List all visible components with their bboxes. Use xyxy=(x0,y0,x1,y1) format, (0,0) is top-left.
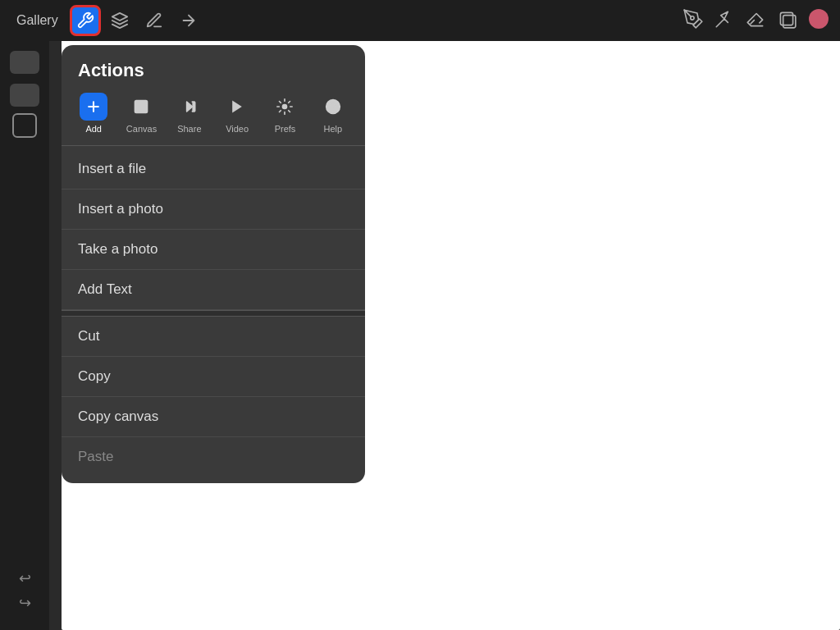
actions-panel: Actions Add Canvas Share xyxy=(62,45,365,483)
paste-item[interactable]: Paste xyxy=(62,437,365,477)
eraser-tool-button[interactable] xyxy=(745,8,766,33)
canvas-tab-icon xyxy=(127,93,155,121)
opacity-slider[interactable] xyxy=(10,84,39,107)
color-picker-button[interactable] xyxy=(807,7,830,34)
insert-photo-item[interactable]: Insert a photo xyxy=(62,189,365,230)
actions-tool-button[interactable] xyxy=(70,5,101,36)
copy-canvas-item[interactable]: Copy canvas xyxy=(62,397,365,437)
move-tool-button[interactable] xyxy=(173,5,204,36)
canvas-tab-label: Canvas xyxy=(126,124,157,134)
menu-section-divider xyxy=(62,310,365,317)
modify-tool-button[interactable] xyxy=(104,5,135,36)
svg-point-8 xyxy=(332,109,334,111)
actions-title: Actions xyxy=(62,45,365,89)
left-sidebar: ↩ ↪ xyxy=(0,41,49,630)
svg-point-0 xyxy=(691,16,694,20)
tab-help[interactable]: Help xyxy=(309,89,357,137)
tab-video[interactable]: Video xyxy=(213,89,261,137)
top-bar-right xyxy=(682,7,830,34)
pen-tool-button[interactable] xyxy=(682,8,704,33)
add-text-item[interactable]: Add Text xyxy=(62,270,365,310)
tab-canvas[interactable]: Canvas xyxy=(117,89,165,137)
copy-item[interactable]: Copy xyxy=(62,357,365,397)
top-bar: Gallery xyxy=(0,0,840,41)
smudge-tool-button[interactable] xyxy=(139,5,170,36)
share-tab-icon xyxy=(176,93,203,121)
help-tab-icon xyxy=(319,93,347,121)
actions-tabs: Add Canvas Share Video xyxy=(62,89,365,146)
gallery-button[interactable]: Gallery xyxy=(10,10,65,31)
layers-button[interactable] xyxy=(776,8,797,33)
insert-file-item[interactable]: Insert a file xyxy=(62,149,365,189)
calligraphy-tool-button[interactable] xyxy=(714,8,735,33)
prefs-tab-icon xyxy=(271,93,299,121)
video-tab-label: Video xyxy=(226,124,249,134)
svg-point-6 xyxy=(283,105,287,109)
brush-size-slider[interactable] xyxy=(10,51,39,74)
tab-share[interactable]: Share xyxy=(166,89,213,137)
tab-add[interactable]: Add xyxy=(70,89,117,137)
add-tab-label: Add xyxy=(85,124,102,134)
svg-rect-4 xyxy=(135,101,148,113)
take-photo-item[interactable]: Take a photo xyxy=(62,230,365,270)
video-tab-icon xyxy=(223,93,251,121)
sidebar-color-square[interactable] xyxy=(12,113,37,138)
help-tab-label: Help xyxy=(323,124,342,134)
undo-button[interactable]: ↩ xyxy=(19,569,31,587)
svg-marker-5 xyxy=(232,101,242,113)
add-tab-icon xyxy=(80,93,107,121)
redo-button[interactable]: ↪ xyxy=(19,594,31,612)
svg-point-3 xyxy=(809,9,829,29)
cut-item[interactable]: Cut xyxy=(62,317,365,357)
tab-prefs[interactable]: Prefs xyxy=(261,89,308,137)
svg-rect-1 xyxy=(780,12,792,25)
prefs-tab-label: Prefs xyxy=(275,124,296,134)
svg-rect-2 xyxy=(783,16,796,28)
share-tab-label: Share xyxy=(177,124,201,134)
